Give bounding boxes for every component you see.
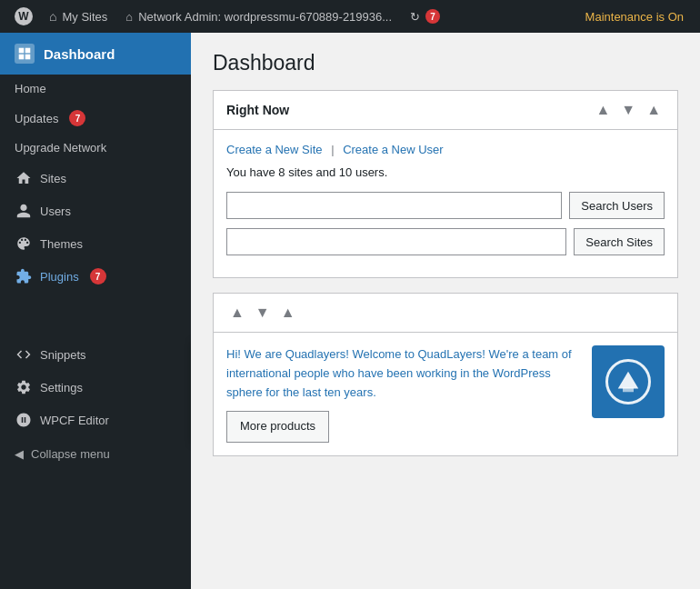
sidebar-item-label: Plugins [40,270,79,284]
sidebar: Dashboard Home Updates 7 Upgrade Network… [0,33,191,589]
sidebar-dashboard-label: Dashboard [44,46,115,62]
updates-badge: 7 [69,110,85,126]
widget-header: Right Now ▲ ▼ ▲ [214,91,677,130]
update-count-badge: 7 [425,9,440,24]
themes-icon [15,235,33,253]
plugins-badge: 7 [90,268,106,285]
right-now-links: Create a New Site | Create a New User [226,143,665,156]
right-now-widget: Right Now ▲ ▼ ▲ Create a New Site | Crea… [213,90,678,278]
sidebar-item-label: Users [40,205,71,218]
collapse-icon: ◀ [15,447,24,461]
sidebar-header[interactable]: Dashboard [0,33,191,75]
sidebar-item-label: Home [15,82,46,95]
sidebar-item-label: Themes [40,237,83,251]
updates-bar-button[interactable]: ↻ 7 [401,0,449,33]
dashboard-icon [15,44,35,64]
house-icon: ⌂ [49,9,56,24]
sidebar-item-label: Settings [40,381,83,394]
quadlayers-text: Hi! We are Quadlayers! Welcome to QuadLa… [226,345,579,443]
collapse-menu-button[interactable]: ◀ Collapse menu [0,440,191,468]
widget-collapse-button[interactable]: ▲ [592,100,614,120]
sidebar-item-label: Snippets [40,348,86,362]
sidebar-item-snippets[interactable]: Snippets [0,338,191,371]
svg-rect-2 [19,55,25,60]
app-layout: Dashboard Home Updates 7 Upgrade Network… [0,33,700,589]
sidebar-item-plugins[interactable]: Plugins 7 [0,260,191,293]
more-products-button[interactable]: More products [226,411,329,443]
widget-controls: ▲ ▼ ▲ [592,100,665,120]
sidebar-item-label: Upgrade Network [15,141,106,155]
sidebar-item-label: Updates [15,112,58,125]
quadlayers-widget-content: Hi! We are Quadlayers! Welcome to QuadLa… [214,333,677,455]
sidebar-item-updates[interactable]: Updates 7 [0,103,191,134]
widget-expand-button-2[interactable]: ▼ [252,303,274,323]
widget-title: Right Now [226,103,289,117]
svg-rect-0 [19,48,25,54]
sidebar-item-themes[interactable]: Themes [0,227,191,260]
search-users-row: Search Users [226,192,665,219]
widget-toggle-button-2[interactable]: ▲ [277,303,299,323]
sidebar-item-users[interactable]: Users [0,195,191,227]
wp-icon: W [15,7,33,25]
svg-rect-3 [25,55,31,60]
snippets-icon [15,345,33,364]
create-site-link[interactable]: Create a New Site [226,143,323,156]
widget-controls-2: ▲ ▼ ▲ [226,303,299,323]
wpcf-icon [15,411,33,429]
search-users-input[interactable] [226,192,562,219]
widget-toggle-button[interactable]: ▲ [643,100,665,120]
main-content: Dashboard Right Now ▲ ▼ ▲ Create a New S… [191,33,700,589]
sidebar-item-label: WPCF Editor [40,414,109,427]
sites-icon [15,169,33,187]
search-sites-row: Search Sites [226,228,665,255]
settings-icon [15,378,33,396]
sidebar-item-wpcf-editor[interactable]: WPCF Editor [0,404,191,436]
search-sites-input[interactable] [226,228,566,255]
sidebar-item-sites[interactable]: Sites [0,162,191,195]
refresh-icon: ↻ [410,10,420,24]
svg-rect-1 [25,48,31,54]
my-sites-button[interactable]: ⌂ My Sites [40,0,116,33]
sidebar-item-upgrade-network[interactable]: Upgrade Network [0,134,191,162]
admin-bar: W ⌂ My Sites ⌂ Network Admin: wordpressm… [0,0,700,33]
quadlayers-logo-inner [605,359,651,404]
network-icon: ⌂ [125,10,133,24]
collapse-label: Collapse menu [31,447,110,461]
sidebar-item-label: Sites [40,172,66,185]
search-users-button[interactable]: Search Users [569,192,665,219]
sites-users-text: You have 8 sites and 10 users. [226,165,665,179]
widget-content: Create a New Site | Create a New User Yo… [214,130,677,277]
search-sites-button[interactable]: Search Sites [574,228,665,255]
page-title: Dashboard [213,51,678,75]
sidebar-item-home[interactable]: Home [0,75,191,103]
network-admin-button[interactable]: ⌂ Network Admin: wordpressmu-670889-2199… [116,0,401,33]
quadlayers-logo [592,345,665,418]
plugins-icon [15,267,33,285]
maintenance-indicator: Maintenance is On [576,0,693,33]
widget-expand-button[interactable]: ▼ [617,100,639,120]
wp-logo-button[interactable]: W [7,0,40,33]
widget-collapse-button-2[interactable]: ▲ [226,303,248,323]
create-user-link[interactable]: Create a New User [343,143,444,156]
quadlayers-widget: ▲ ▼ ▲ Hi! We are Quadlayers! Welcome to … [213,293,678,456]
quadlayers-widget-header: ▲ ▼ ▲ [214,294,677,333]
users-icon [15,202,33,220]
sidebar-item-settings[interactable]: Settings [0,371,191,404]
